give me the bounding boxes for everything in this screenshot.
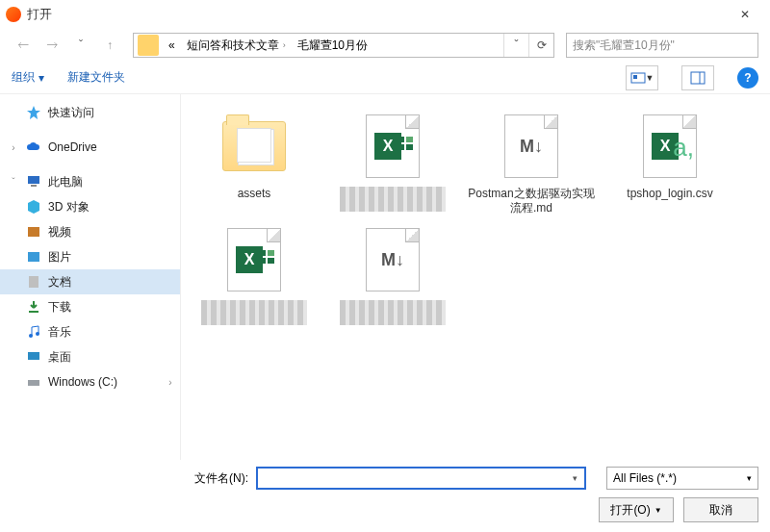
sidebar-item-music[interactable]: 音乐 xyxy=(0,319,180,344)
cube-icon xyxy=(25,198,42,215)
file-item-excel[interactable]: X xyxy=(325,112,460,215)
up-button[interactable]: ↑ xyxy=(98,34,121,57)
folder-icon xyxy=(138,35,159,56)
window-title: 打开 xyxy=(27,6,726,23)
breadcrumb-prefix[interactable]: « xyxy=(163,34,181,57)
cancel-button[interactable]: 取消 xyxy=(683,497,758,522)
sidebar-this-pc[interactable]: ˇ 此电脑 xyxy=(0,169,180,194)
svg-rect-10 xyxy=(29,276,38,288)
csv-icon: Xa, xyxy=(643,114,697,178)
file-pane[interactable]: assets X M↓ Postman之数据驱动实现流程.md Xa, tpsh… xyxy=(181,94,770,460)
svg-rect-14 xyxy=(28,352,39,360)
file-item-excel-2[interactable]: X xyxy=(187,225,321,325)
svg-rect-2 xyxy=(691,72,705,84)
help-button[interactable]: ? xyxy=(737,67,758,89)
svg-rect-8 xyxy=(28,227,39,237)
folder-icon xyxy=(222,121,286,171)
back-button[interactable]: 🡐 xyxy=(12,34,35,57)
sidebar-item-downloads[interactable]: 下载 xyxy=(0,294,180,319)
star-icon xyxy=(25,104,42,121)
redacted-label xyxy=(201,300,307,325)
sidebar: 快速访问 › OneDrive ˇ 此电脑 3D 对象 视频 图片 文档 xyxy=(0,94,181,460)
breadcrumb-seg-1[interactable]: 短问答和技术文章› xyxy=(181,34,292,57)
film-icon xyxy=(25,223,42,241)
svg-marker-7 xyxy=(28,200,39,214)
markdown-icon: M↓ xyxy=(504,114,558,178)
search-placeholder: 搜索"毛耀萱10月份" xyxy=(573,38,675,54)
address-bar[interactable]: « 短问答和技术文章› 毛耀萱10月份 ˇ ⟳ xyxy=(133,33,554,58)
sidebar-item-pictures[interactable]: 图片 xyxy=(0,244,180,269)
pane-icon xyxy=(690,70,706,86)
sidebar-item-documents[interactable]: 文档 xyxy=(0,269,180,294)
file-item-markdown-2[interactable]: M↓ xyxy=(325,225,460,325)
pc-icon xyxy=(25,173,42,190)
sidebar-item-3d[interactable]: 3D 对象 xyxy=(0,194,180,219)
svg-rect-6 xyxy=(31,185,37,187)
file-item-csv[interactable]: Xa, tpshop_login.csv xyxy=(603,112,737,215)
svg-rect-5 xyxy=(28,176,39,184)
view-options-button[interactable]: ▼ xyxy=(626,65,658,90)
file-type-filter[interactable]: All Files (*.*) ▾ xyxy=(606,467,758,490)
close-button[interactable]: ✕ xyxy=(726,0,764,29)
gallery-icon xyxy=(630,70,646,86)
svg-marker-4 xyxy=(27,106,40,119)
sidebar-item-desktop[interactable]: 桌面 xyxy=(0,344,180,369)
svg-rect-9 xyxy=(28,252,39,262)
music-icon xyxy=(25,323,42,341)
refresh-button[interactable]: ⟳ xyxy=(528,34,553,57)
preview-pane-button[interactable] xyxy=(681,65,714,90)
svg-point-13 xyxy=(36,332,39,336)
svg-point-12 xyxy=(29,334,33,338)
excel-icon: X xyxy=(366,114,420,178)
sidebar-item-videos[interactable]: 视频 xyxy=(0,219,180,244)
svg-rect-1 xyxy=(633,75,637,79)
file-item-folder[interactable]: assets xyxy=(187,112,321,215)
cloud-icon xyxy=(25,139,42,156)
app-icon xyxy=(6,7,21,22)
drive-icon xyxy=(25,373,42,391)
open-button[interactable]: 打开(O)▼ xyxy=(599,497,674,522)
download-icon xyxy=(25,298,42,316)
redacted-label xyxy=(340,187,446,212)
sidebar-quick-access[interactable]: 快速访问 xyxy=(0,100,180,125)
organize-menu[interactable]: 组织▾ xyxy=(12,69,44,86)
filename-label: 文件名(N): xyxy=(12,470,248,487)
redacted-label xyxy=(340,300,446,325)
search-input[interactable]: 搜索"毛耀萱10月份" xyxy=(566,33,758,58)
excel-icon: X xyxy=(227,228,281,291)
picture-icon xyxy=(25,248,42,266)
sidebar-onedrive[interactable]: › OneDrive xyxy=(0,135,180,160)
new-folder-button[interactable]: 新建文件夹 xyxy=(67,69,125,86)
file-item-markdown[interactable]: M↓ Postman之数据驱动实现流程.md xyxy=(464,112,599,215)
doc-icon xyxy=(25,273,42,291)
filename-input[interactable] xyxy=(256,467,586,490)
nav-row: 🡐 🡒 ˇ ↑ « 短问答和技术文章› 毛耀萱10月份 ˇ ⟳ 搜索"毛耀萱10… xyxy=(0,29,770,62)
bottom-panel: 文件名(N): ▾ All Files (*.*) ▾ 打开(O)▼ 取消 xyxy=(0,459,770,532)
sidebar-item-c-drive[interactable]: Windows (C:) › xyxy=(0,369,180,394)
svg-rect-15 xyxy=(28,380,39,386)
address-dropdown[interactable]: ˇ xyxy=(503,34,528,57)
toolbar: 组织▾ 新建文件夹 ▼ ? xyxy=(0,62,770,94)
forward-button[interactable]: 🡒 xyxy=(40,34,64,57)
desktop-icon xyxy=(25,348,42,366)
markdown-icon: M↓ xyxy=(366,228,420,291)
recent-locations[interactable]: ˇ xyxy=(69,34,92,57)
breadcrumb-seg-2[interactable]: 毛耀萱10月份 xyxy=(292,34,373,57)
svg-rect-11 xyxy=(29,311,38,313)
